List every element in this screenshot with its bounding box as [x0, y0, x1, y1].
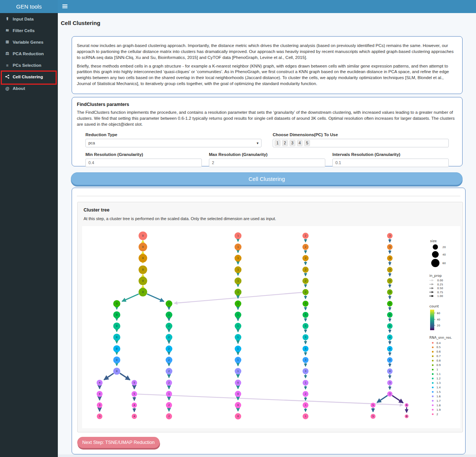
cluster-node-label: 4 — [389, 347, 391, 350]
sidebar-toggle-icon[interactable] — [62, 4, 68, 9]
next-step-button[interactable]: Next Step: TSNE/UMAP Reduction — [77, 437, 160, 448]
legend-text: 0.8 — [436, 359, 441, 362]
legend-text: 20 — [442, 246, 446, 249]
cluster-node-label: 0 — [142, 234, 144, 237]
reduction-type-value: pca — [88, 141, 95, 145]
dimension-chip[interactable]: 2 — [282, 140, 288, 146]
intro-panel: Seurat now includes an graph-based clust… — [72, 36, 463, 94]
cluster-node-label: 5 — [372, 415, 374, 418]
cluster-node-label: 2 — [168, 381, 170, 384]
legend-text: 1.2 — [436, 377, 441, 380]
app-brand: GEN tools — [0, 0, 58, 13]
cluster-node-label: 4 — [134, 415, 135, 418]
legend-text: 1.3 — [436, 382, 441, 385]
cluster-node-label: 0 — [116, 313, 118, 316]
cluster-node-label: 3 — [99, 404, 100, 407]
min-resolution-input[interactable] — [85, 159, 202, 167]
top-navbar — [58, 0, 476, 13]
chevron-down-icon: ▾ — [257, 141, 259, 145]
cluster-node-label: 0 — [142, 268, 144, 271]
legend-text: count — [429, 304, 439, 308]
cluster-node-label: 2 — [168, 404, 170, 407]
max-resolution-input[interactable] — [209, 159, 325, 167]
res-legend-dot — [432, 342, 434, 344]
cluster-node-label: 0 — [116, 347, 118, 350]
cluster-node-label: 6 — [406, 404, 407, 407]
cluster-node-label: 2 — [168, 336, 170, 339]
cluster-node-label: 2 — [168, 370, 170, 373]
legend-text: size — [430, 239, 437, 243]
tree-edge — [147, 294, 164, 301]
cluster-tree-plot: 0000000000000443355442222222212211111111… — [82, 226, 460, 428]
legend-text: 1.1 — [436, 373, 441, 376]
size-legend-circle — [433, 244, 438, 250]
sidebar-item-input-data[interactable]: ⬆Input Data — [0, 13, 58, 25]
cluster-node-label: 1 — [237, 291, 239, 294]
res-legend-dot — [432, 391, 434, 393]
legend-text: 40 — [442, 253, 446, 256]
cluster-node-label: 4 — [389, 325, 391, 328]
sidebar-item-label: PCA Reduction — [13, 51, 44, 56]
dimension-chip[interactable]: 5 — [304, 140, 310, 146]
cluster-node-label: 1 — [237, 359, 239, 361]
sidebar-item-pcs-selection[interactable]: ≡PCs Selection — [0, 59, 58, 71]
cluster-node-label: 0 — [237, 392, 239, 395]
dimension-chip[interactable]: 1 — [275, 140, 281, 146]
cluster-tree-svg: 0000000000000443355442222222212211111111… — [82, 226, 460, 428]
cluster-node-label: 0 — [116, 325, 118, 328]
cluster-tree-title: Cluster tree — [84, 207, 457, 213]
sidebar-item-about[interactable]: @About — [0, 82, 58, 94]
upload-icon: ⬆ — [5, 16, 10, 21]
cluster-node-label: 4 — [134, 404, 135, 407]
sidebar-item-pca-reduction[interactable]: ⚖PCA Reduction — [0, 48, 58, 59]
count-colorbar — [430, 310, 434, 330]
dimensions-label: Choose Dimensions(PC) To Use — [273, 132, 449, 137]
dimension-chip[interactable]: 3 — [289, 140, 295, 146]
size-legend-circle — [432, 251, 439, 258]
cluster-node-label: 5 — [134, 392, 135, 395]
cluster-node-label: 4 — [99, 392, 100, 395]
dimension-chip[interactable]: 4 — [297, 140, 303, 146]
cluster-node-label: 3 — [389, 291, 391, 294]
cluster-node-label: 1 — [168, 392, 170, 395]
cluster-node-label: 2 — [305, 279, 306, 282]
sidebar-item-cell-clustering[interactable]: Cell Clustering — [0, 71, 58, 82]
cluster-node-label: 2 — [168, 347, 170, 350]
balance-scale-icon: ⚖ — [5, 51, 10, 56]
tree-edge — [392, 395, 403, 403]
sidebar-item-filter-cells[interactable]: ≋Filter Cells — [0, 25, 58, 36]
legend-text: 0.6 — [436, 350, 441, 353]
cluster-node-label: 0 — [116, 302, 118, 305]
legend-text: in_prop — [429, 274, 442, 278]
sidebar-item-label: PCs Selection — [13, 63, 41, 68]
interval-resolution-label: Intervals Resolution (Granularity) — [332, 152, 449, 157]
sidebar-item-label: Filter Cells — [13, 28, 35, 33]
legend-text: 0.4 — [436, 342, 441, 345]
cluster-node-label: 3 — [305, 336, 306, 339]
cluster-node-label: 0 — [142, 257, 144, 260]
cluster-node-label: 5 — [134, 381, 135, 384]
cluster-node-label: 1 — [237, 313, 239, 316]
cluster-node-label: 0 — [116, 359, 118, 361]
cluster-node-label: 3 — [305, 347, 306, 350]
size-legend-circle — [431, 259, 439, 267]
cluster-node-label: 1 — [237, 268, 239, 271]
cluster-node-label: 1 — [237, 257, 239, 260]
cluster-node-label: 1 — [237, 370, 239, 373]
legend-text: 0.00 — [437, 279, 443, 282]
cluster-node-label: 0 — [142, 279, 144, 282]
cluster-node-label: 3 — [305, 359, 306, 361]
cluster-node-label: 0 — [142, 291, 144, 294]
interval-resolution-input[interactable] — [332, 159, 449, 167]
res-legend-dot — [432, 360, 434, 362]
cluster-node-label: 3 — [389, 257, 391, 260]
cluster-node-label: 0 — [116, 336, 118, 339]
table-icon: ⊞ — [5, 40, 10, 44]
res-legend-dot — [432, 378, 434, 379]
cluster-node-label: 3 — [305, 313, 306, 316]
dimensions-input[interactable]: 12345 — [273, 139, 449, 147]
cell-clustering-run-button[interactable]: Cell Clustering — [71, 172, 463, 185]
reduction-type-select[interactable]: pca ▾ — [85, 139, 262, 147]
sidebar-item-variable-genes[interactable]: ⊞Variable Genes — [0, 36, 58, 48]
cluster-node-label: 3 — [389, 392, 391, 395]
